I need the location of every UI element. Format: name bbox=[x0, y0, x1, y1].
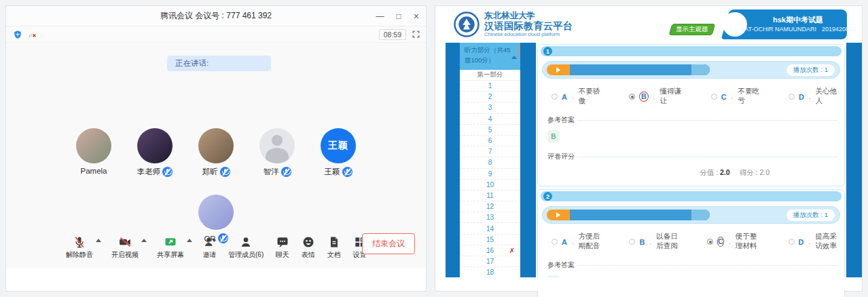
toolbar-item-members[interactable]: 管理成员(6) bbox=[228, 235, 264, 260]
middle-blue-strip bbox=[520, 43, 536, 279]
document-icon bbox=[327, 235, 341, 249]
meeting-title: 腾讯会议 会议号 : 777 461 392 bbox=[160, 10, 272, 22]
question-number-item[interactable]: 9 bbox=[460, 169, 520, 180]
question-number-item[interactable]: 13 bbox=[460, 212, 520, 223]
exam-banner: hsk期中考试题 BAT-OCHIR NAMUUNDARI2019420022 bbox=[734, 9, 847, 39]
question-number-item[interactable]: 6 bbox=[460, 136, 520, 146]
question-number-item[interactable]: 12 bbox=[460, 201, 520, 212]
toolbar-item-emoji[interactable]: 表情 bbox=[301, 235, 315, 260]
question-number-item[interactable]: 5 bbox=[460, 125, 520, 136]
play-button[interactable] bbox=[547, 210, 570, 220]
audio-progress-bar[interactable] bbox=[570, 64, 710, 75]
edu-footer-space bbox=[435, 277, 862, 291]
share-screen-icon bbox=[164, 235, 178, 249]
show-subjective-button[interactable]: 显示主观题 bbox=[669, 24, 716, 35]
meeting-window: 腾讯会议 会议号 : 777 461 392 — □ × 08:59 正在讲话:… bbox=[5, 5, 427, 292]
meeting-titlebar: 腾讯会议 会议号 : 777 461 392 — □ × bbox=[6, 6, 426, 26]
fullscreen-icon[interactable] bbox=[412, 30, 420, 39]
answer-option[interactable]: A . 方便后期配音 bbox=[551, 232, 603, 251]
close-button[interactable]: × bbox=[414, 12, 419, 21]
toolbar-item-share-screen[interactable]: 共享屏幕 bbox=[157, 235, 184, 260]
caret-up-icon[interactable] bbox=[141, 239, 147, 242]
question-number-item[interactable]: 8 bbox=[460, 157, 520, 168]
end-meeting-button[interactable]: 结束会议 bbox=[362, 233, 415, 254]
question-number-item[interactable]: 11 bbox=[460, 191, 520, 201]
toolbar-item-label: 开启视频 bbox=[111, 250, 139, 260]
participant-name: 王颖 bbox=[325, 167, 340, 177]
question-number-list: 1 2 3 4 5 6 7 8 9 10 11 bbox=[460, 81, 520, 279]
answer-option[interactable]: D . 关心他人 bbox=[789, 87, 840, 106]
university-logo-icon bbox=[453, 11, 480, 38]
shield-icon[interactable] bbox=[13, 30, 22, 39]
toolbar-item-chat[interactable]: 聊天 bbox=[275, 235, 289, 260]
question-number-item[interactable]: 18 bbox=[460, 267, 520, 278]
question-number-item[interactable]: 2 bbox=[460, 92, 520, 102]
play-icon bbox=[556, 67, 560, 73]
question-panel: 1 播放次数 : 1 A . 不要骄傲 B . 懂得谦让 C . 不要吃亏 D … bbox=[536, 43, 846, 279]
radio-icon[interactable] bbox=[707, 239, 713, 245]
question-number-item[interactable]: 7 bbox=[460, 146, 520, 157]
edu-main: 听力部分（共45题100分） 第一部分 1 2 3 4 5 6 7 8 bbox=[435, 43, 862, 279]
mic-muted-icon bbox=[73, 235, 87, 249]
answer-option[interactable]: C . 便于整理材料 bbox=[707, 232, 763, 251]
toolbar-item-camera-off[interactable]: 开启视频 bbox=[111, 235, 139, 260]
answer-option[interactable]: B . 以备日后查阅 bbox=[629, 232, 681, 251]
toolbar-item-document[interactable]: 文档 bbox=[327, 235, 341, 260]
question-number-item[interactable]: 10 bbox=[460, 180, 520, 191]
radio-icon[interactable] bbox=[789, 94, 795, 100]
avatar bbox=[259, 128, 295, 163]
student-id: 2019420022 bbox=[822, 26, 856, 33]
audio-progress-bar[interactable] bbox=[570, 210, 710, 220]
question-number-item[interactable]: 17 bbox=[460, 256, 520, 267]
toolbar-item-mic-muted[interactable]: 解除静音 bbox=[66, 235, 93, 260]
section-header[interactable]: 听力部分（共45题100分） bbox=[460, 43, 520, 70]
avatar bbox=[137, 128, 173, 163]
question-number-item[interactable]: 14 bbox=[460, 223, 520, 234]
question-number-item[interactable]: 3 bbox=[460, 102, 520, 113]
answer-option[interactable]: D . 提高采访效率 bbox=[789, 232, 840, 251]
toolbar-item-label: 共享屏幕 bbox=[157, 250, 184, 260]
radio-icon[interactable] bbox=[789, 239, 795, 245]
participant-name: 郑昕 bbox=[202, 167, 218, 177]
participant-name: 李老师 bbox=[137, 167, 161, 177]
camera-off-icon bbox=[118, 235, 132, 249]
university-name: 东北林业大学 bbox=[484, 11, 573, 20]
participant-tile: 智洋 bbox=[258, 128, 296, 177]
toolbar-item-invite[interactable]: 邀请 bbox=[202, 235, 217, 260]
question-number-item[interactable]: 15 bbox=[460, 235, 520, 245]
participant-tile: Pamela bbox=[75, 128, 113, 177]
radio-icon[interactable] bbox=[711, 94, 717, 100]
options-row: A . 不要骄傲 B . 懂得谦让 C . 不要吃亏 D . 关心他人 bbox=[551, 87, 840, 106]
sidebar-scrollbar[interactable] bbox=[518, 44, 520, 59]
play-icon bbox=[556, 212, 560, 218]
question-number-item[interactable]: 1 bbox=[460, 81, 520, 92]
toolbar-item-label: 邀请 bbox=[203, 250, 217, 260]
radio-icon[interactable] bbox=[551, 94, 558, 100]
reference-answer-label: 参考答案 bbox=[547, 115, 577, 125]
edu-header: 东北林业大学 汉语国际教育云平台 Chinese education cloud… bbox=[435, 6, 862, 43]
answer-option[interactable]: C . 不要吃亏 bbox=[711, 87, 763, 106]
play-count-badge: 播放次数 : 1 bbox=[786, 209, 835, 222]
avatar bbox=[198, 128, 234, 163]
play-button[interactable] bbox=[547, 64, 570, 75]
question-number-item[interactable]: 16 ✗ bbox=[460, 245, 520, 256]
question-header: 1 bbox=[541, 46, 842, 56]
radio-icon[interactable] bbox=[629, 239, 635, 245]
radio-icon[interactable] bbox=[551, 239, 558, 245]
wrong-answer-icon: ✗ bbox=[509, 247, 515, 254]
toolbar-item-label: 表情 bbox=[302, 250, 315, 260]
radio-icon[interactable] bbox=[629, 94, 635, 100]
speaking-indicator: 正在讲话: bbox=[167, 56, 271, 71]
participant-name: 智洋 bbox=[264, 167, 279, 177]
caret-up-icon[interactable] bbox=[96, 239, 101, 242]
answer-option[interactable]: B . 懂得谦让 bbox=[629, 87, 685, 106]
audio-player: 播放次数 : 1 bbox=[542, 206, 840, 224]
question-number-item[interactable]: 4 bbox=[460, 114, 520, 125]
answer-option[interactable]: A . 不要骄傲 bbox=[551, 87, 603, 106]
maximize-button[interactable]: □ bbox=[397, 12, 401, 20]
minimize-button[interactable]: — bbox=[376, 12, 384, 20]
toolbar-item-label: 文档 bbox=[327, 250, 341, 260]
meeting-timer: 08:59 bbox=[379, 29, 406, 40]
caret-up-icon[interactable] bbox=[187, 239, 192, 242]
participant-row: Pamela 李老师 郑昕 智洋 王颖 王颖 bbox=[6, 128, 426, 177]
